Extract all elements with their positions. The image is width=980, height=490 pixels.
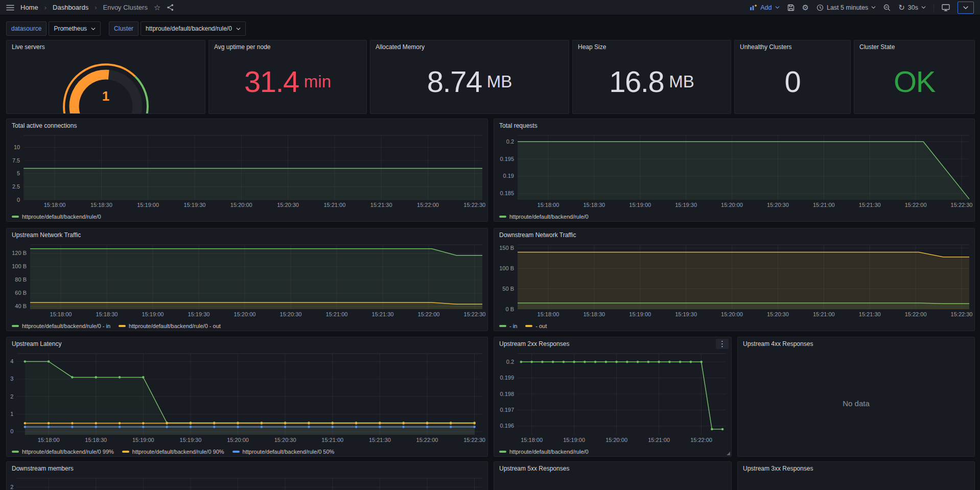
svg-text:5: 5 [17, 170, 20, 176]
legend-item[interactable]: - in [499, 323, 517, 329]
svg-text:15:18:00: 15:18:00 [538, 202, 559, 208]
svg-text:15:19:30: 15:19:30 [184, 202, 206, 208]
svg-text:15:18:30: 15:18:30 [583, 311, 605, 317]
svg-text:15:22:30: 15:22:30 [463, 437, 485, 443]
chart-legend: - in- out [499, 323, 547, 329]
panel-total-requests: Total requests 15:18:0015:18:3015:19:001… [494, 119, 975, 222]
svg-text:0.196: 0.196 [500, 423, 514, 429]
legend-item[interactable]: httproute/default/backend/rule/0 99% [12, 449, 114, 455]
upstream-2xx-chart[interactable]: 15:18:0015:19:0015:20:0015:21:0015:22:00… [494, 351, 731, 445]
hamburger-menu-icon[interactable] [6, 4, 14, 11]
downstream-members-chart[interactable]: 15:18:0015:18:3015:19:0015:19:3015:20:00… [7, 475, 487, 490]
legend-item[interactable]: httproute/default/backend/rule/0 - in [12, 323, 110, 329]
upstream-latency-chart[interactable]: 15:18:0015:18:3015:19:0015:19:3015:20:00… [7, 351, 487, 445]
legend-item[interactable]: httproute/default/backend/rule/0 90% [122, 449, 224, 455]
panel-title[interactable]: Allocated Memory [370, 40, 569, 54]
svg-text:15:20:30: 15:20:30 [767, 202, 789, 208]
legend-label: - in [509, 323, 517, 329]
total-active-connections-chart[interactable]: 15:18:0015:18:3015:19:0015:19:3015:20:00… [7, 132, 487, 210]
legend-label: httproute/default/backend/rule/0 [509, 449, 589, 455]
svg-text:15:21:00: 15:21:00 [813, 311, 835, 317]
panel-title[interactable]: Unhealthy Clusters [735, 40, 850, 54]
svg-text:100 B: 100 B [12, 263, 27, 269]
panel-upstream-2xx-responses: Upstream 2xx Responses ⋮ 15:18:0015:19:0… [494, 337, 732, 457]
legend-label: httproute/default/backend/rule/0 50% [243, 449, 335, 455]
svg-text:0.197: 0.197 [500, 407, 514, 413]
panel-title[interactable]: Downstream members [7, 462, 487, 475]
svg-text:0.198: 0.198 [500, 391, 514, 397]
svg-text:15:20:00: 15:20:00 [234, 311, 256, 317]
legend-item[interactable]: httproute/default/backend/rule/0 [12, 214, 101, 220]
panel-avg-uptime: Avg uptime per node 31.4 min [208, 40, 367, 114]
svg-text:120 B: 120 B [12, 250, 27, 256]
upstream-network-traffic-chart[interactable]: 15:18:0015:18:3015:19:0015:19:3015:20:00… [7, 242, 487, 319]
save-dashboard-button[interactable] [787, 4, 795, 11]
datasource-variable-label[interactable]: datasource [6, 21, 46, 36]
svg-text:15:21:00: 15:21:00 [813, 202, 835, 208]
svg-text:0: 0 [10, 428, 13, 434]
legend-item[interactable]: - out [525, 323, 547, 329]
panel-title[interactable]: Upstream 2xx Responses [494, 337, 731, 351]
panel-resize-handle[interactable] [727, 452, 730, 455]
datasource-variable-value[interactable]: Prometheus [49, 21, 101, 36]
chart-legend: httproute/default/backend/rule/0 [499, 214, 589, 220]
panel-title[interactable]: Downstream Network Traffic [494, 228, 974, 242]
legend-color-dash [499, 216, 506, 218]
svg-text:0.2: 0.2 [506, 138, 514, 145]
legend-item[interactable]: httproute/default/backend/rule/0 50% [232, 449, 335, 455]
legend-color-dash [525, 325, 532, 327]
downstream-network-traffic-chart[interactable]: 15:18:0015:18:3015:19:0015:19:3015:20:00… [494, 242, 974, 319]
cluster-variable-value[interactable]: httproute/default/backend/rule/0 [141, 21, 246, 36]
svg-text:2: 2 [10, 393, 13, 400]
panel-title[interactable]: Cluster State [854, 40, 974, 54]
breadcrumb-current: Envoy Clusters [103, 4, 147, 11]
panel-title[interactable]: Avg uptime per node [209, 40, 366, 54]
kiosk-mode-button[interactable] [942, 4, 950, 11]
svg-text:15:21:00: 15:21:00 [323, 202, 345, 208]
panel-title[interactable]: Live servers [7, 40, 205, 54]
legend-label: httproute/default/backend/rule/0 90% [132, 449, 224, 455]
panel-title[interactable]: Upstream Network Traffic [7, 228, 487, 242]
share-icon[interactable] [167, 4, 174, 11]
panel-title[interactable]: Upstream 5xx Responses [494, 462, 731, 475]
time-range-picker[interactable]: Last 5 minutes [816, 4, 876, 11]
svg-text:0.2: 0.2 [506, 359, 514, 365]
svg-text:15:21:00: 15:21:00 [326, 311, 348, 317]
panel-unhealthy-clusters: Unhealthy Clusters 0 [734, 40, 851, 114]
panel-title[interactable]: Upstream Latency [7, 337, 487, 351]
legend-item[interactable]: httproute/default/backend/rule/0 [499, 214, 589, 220]
legend-item[interactable]: httproute/default/backend/rule/0 - out [119, 323, 221, 329]
cluster-variable-label[interactable]: Cluster [109, 21, 138, 36]
svg-text:7.5: 7.5 [12, 157, 20, 164]
stat-value-wrap: 16.8 MB [577, 53, 727, 110]
refresh-button[interactable]: ↻ 30s [898, 4, 926, 11]
refresh-interval-label: 30s [908, 4, 918, 11]
panel-title[interactable]: Upstream 3xx Responses [738, 462, 974, 475]
chevron-down-icon [775, 6, 780, 9]
panel-title[interactable]: Total requests [494, 119, 974, 132]
breadcrumb-home[interactable]: Home [20, 4, 38, 11]
dashboard-settings-button[interactable]: ⚙ [802, 4, 809, 11]
favorite-star-icon[interactable]: ☆ [154, 4, 160, 11]
svg-text:15:21:30: 15:21:30 [369, 437, 391, 443]
clock-icon [816, 4, 824, 11]
legend-color-dash [232, 451, 240, 453]
panel-title[interactable]: Upstream 4xx Responses [738, 337, 974, 351]
svg-text:15:18:00: 15:18:00 [538, 311, 559, 317]
svg-text:15:22:00: 15:22:00 [905, 311, 927, 317]
stat-value: 31.4 [244, 64, 299, 99]
zoom-out-button[interactable] [883, 4, 891, 11]
svg-text:15:21:30: 15:21:30 [370, 202, 392, 208]
svg-text:15:22:30: 15:22:30 [463, 202, 485, 208]
panel-menu-kebab-icon[interactable]: ⋮ [716, 339, 729, 349]
legend-item[interactable]: httproute/default/backend/rule/0 [499, 449, 589, 455]
legend-color-dash [499, 451, 506, 453]
no-data-message: No data [738, 351, 974, 456]
total-requests-chart[interactable]: 15:18:0015:18:3015:19:0015:19:3015:20:00… [494, 132, 974, 210]
toolbar-expand-button[interactable] [958, 2, 974, 14]
add-button[interactable]: Add [750, 4, 779, 11]
svg-text:15:21:30: 15:21:30 [859, 202, 881, 208]
panel-title[interactable]: Heap Size [573, 40, 731, 54]
breadcrumb-dashboards[interactable]: Dashboards [53, 4, 88, 11]
panel-title[interactable]: Total active connections [7, 119, 487, 132]
